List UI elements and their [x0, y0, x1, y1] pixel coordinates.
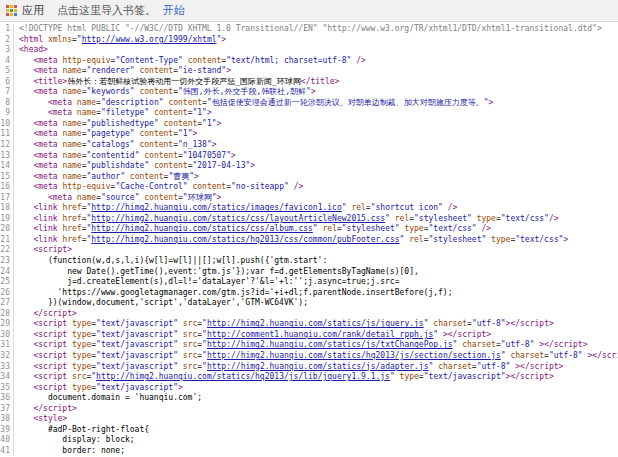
syntax-tag: >: [178, 383, 183, 392]
syntax-value: "text/javascript": [96, 362, 178, 371]
syntax-value: "text/css": [501, 214, 549, 223]
line-number: 22: [0, 245, 14, 256]
syntax-value: "2017-04-13": [192, 161, 250, 170]
source-line: 18 <link href="http://himg2.huanqiu.com/…: [0, 203, 618, 214]
line-number: 11: [0, 129, 14, 140]
line-number: 19: [0, 214, 14, 225]
source-line: 23 (function(w,d,s,l,i){w[l]=w[l]||[];w[…: [0, 256, 618, 267]
source-link[interactable]: http://comment1.huanqiu.com/rank/detail_…: [207, 330, 433, 339]
syntax-attribute: content: [139, 87, 173, 96]
source-link[interactable]: http://himg2.huanqiu.com/statics/js/txtC…: [207, 340, 453, 349]
syntax-tag: >: [192, 129, 197, 138]
line-number: 13: [0, 151, 14, 162]
bookmarks-bar: 应用 点击这里导入书签。 开始: [0, 0, 618, 22]
line-number: 35: [0, 383, 14, 394]
source-link[interactable]: http://himg2.huanqiu.com/statics/hq2013/…: [96, 372, 390, 381]
syntax-tag: >: [216, 193, 221, 202]
syntax-tag: >: [217, 119, 222, 128]
syntax-attribute: content: [188, 56, 222, 65]
apps-shortcut-button[interactable]: 应用: [6, 3, 44, 18]
syntax-tag: >: [221, 35, 226, 44]
line-number: 9: [0, 108, 14, 119]
source-line-code: </script>: [19, 404, 618, 415]
source-line-code: <meta http-equiv="Cache-Control" content…: [19, 182, 618, 193]
syntax-tag: <html: [19, 35, 43, 44]
syntax-tag: />: [356, 56, 366, 65]
syntax-tag: <meta: [33, 56, 57, 65]
syntax-attribute: rel: [395, 214, 409, 223]
syntax-tag: <link: [33, 214, 57, 223]
source-line: 3<head>: [0, 45, 618, 56]
syntax-tag: </title: [301, 77, 335, 86]
line-number: 28: [0, 309, 14, 320]
source-line-code: <meta name="keywords" content="韩国,外长,外交手…: [19, 87, 618, 98]
syntax-tag: >: [43, 45, 48, 54]
source-line-code: })(window,document,'script','dataLayer',…: [19, 298, 618, 309]
syntax-doctype: <!DOCTYPE html PUBLIC "-//W3C//DTD XHTML…: [19, 24, 602, 33]
source-link[interactable]: http://himg2.huanqiu.com/statics/hq2013/…: [207, 351, 501, 360]
line-number: 23: [0, 256, 14, 267]
source-line-code: <meta name="filetype" content="1">: [19, 108, 618, 119]
syntax-value: ": [433, 330, 438, 339]
syntax-tag: <meta: [33, 140, 57, 149]
syntax-value: ": [453, 340, 458, 349]
syntax-value: "pagetype": [86, 129, 134, 138]
syntax-value: "Content-Type": [115, 56, 182, 65]
source-line-code: j=d.createElement(s),dl=l!='dataLayer'?'…: [19, 277, 618, 288]
syntax-value: "text/javascript": [96, 351, 178, 360]
source-link[interactable]: http://himg2.huanqiu.com/statics/js/adap…: [207, 362, 429, 371]
syntax-attribute: http-equiv: [62, 56, 110, 65]
syntax-value: "no-siteapp": [231, 182, 289, 191]
source-link[interactable]: http://himg2.huanqiu.com/statics/images/…: [91, 203, 341, 212]
syntax-value: ": [313, 224, 318, 233]
source-link[interactable]: http://himg2.huanqiu.com/statics/js/jque…: [207, 319, 424, 328]
import-bookmarks-start-link[interactable]: 开始: [163, 3, 185, 18]
syntax-attribute: charset: [510, 351, 544, 360]
source-line-code: <link href="http://himg2.huanqiu.com/sta…: [19, 203, 618, 214]
syntax-tag: <meta: [33, 66, 57, 75]
syntax-attribute: name: [77, 108, 96, 117]
syntax-value: "stylesheet": [428, 235, 486, 244]
source-link[interactable]: http://himg2.huanqiu.com/statics/hq2013/…: [91, 235, 399, 244]
syntax-attribute: href: [62, 235, 81, 244]
syntax-value: "text/css": [515, 235, 563, 244]
syntax-tag: <meta: [33, 151, 57, 160]
source-link[interactable]: http://www.w3.org/1999/xhtml: [82, 35, 217, 44]
syntax-attribute: rel: [351, 203, 365, 212]
line-number: 32: [0, 351, 14, 362]
line-number: 21: [0, 235, 14, 246]
syntax-attribute: name: [62, 129, 81, 138]
syntax-tag: >: [311, 87, 316, 96]
source-line: 19 <link href="http://himg2.huanqiu.com/…: [0, 214, 618, 225]
syntax-tag: <meta: [33, 182, 57, 191]
syntax-attribute: src: [183, 362, 197, 371]
source-line: 22 <script>: [0, 245, 618, 256]
source-line-code: (function(w,d,s,l,i){w[l]=w[l]||[];w[l].…: [19, 256, 618, 267]
syntax-attribute: type: [400, 372, 419, 381]
line-number: 12: [0, 140, 14, 151]
source-line: 13 <meta name="contentid" content="10470…: [0, 151, 618, 162]
syntax-attribute: name: [62, 119, 81, 128]
source-line-code: <script type="text/javascript">: [19, 383, 618, 394]
syntax-attribute: content: [139, 140, 173, 149]
source-line: 17 <meta name="source" content="环球网">: [0, 193, 618, 204]
syntax-tag: </script: [448, 330, 487, 339]
syntax-value: "utf-8": [501, 340, 535, 349]
syntax-attribute: content: [130, 172, 164, 181]
line-number: 24: [0, 267, 14, 278]
syntax-tag: </script: [592, 351, 618, 360]
syntax-value: "publishdate": [86, 161, 149, 170]
source-line-code: new Date().getTime(),event:'gtm.js'});va…: [19, 267, 618, 278]
syntax-attribute: content: [154, 161, 188, 170]
source-link[interactable]: http://himg2.huanqiu.com/statics/css/lay…: [91, 214, 385, 223]
import-bookmarks-hint: 点击这里导入书签。: [57, 3, 156, 18]
syntax-tag: </script: [544, 340, 583, 349]
syntax-value: "10470507": [183, 151, 231, 160]
syntax-tag: >: [559, 362, 564, 371]
syntax-value: "filetype": [101, 108, 149, 117]
line-number: 3: [0, 45, 14, 56]
syntax-attribute: type: [72, 351, 91, 360]
syntax-value: ": [385, 214, 390, 223]
syntax-attribute: type: [477, 214, 496, 223]
source-link[interactable]: http://himg2.huanqiu.com/statics/css/alb…: [91, 224, 313, 233]
